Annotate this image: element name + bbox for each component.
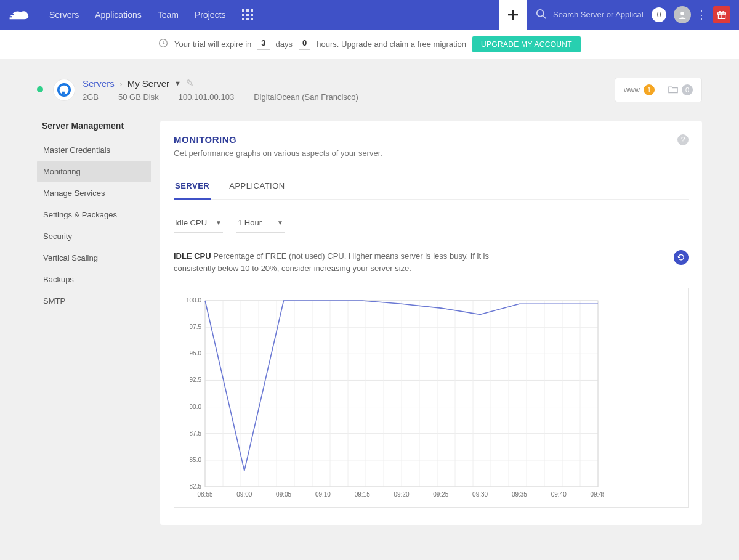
idle-cpu-chart: 100.097.595.092.590.087.585.082.508:5509… xyxy=(180,297,604,500)
folder-count: 0 xyxy=(682,84,693,95)
sidebar-item-settings-packages[interactable]: Settings & Packages xyxy=(37,204,151,225)
breadcrumb-servers[interactable]: Servers xyxy=(83,78,115,89)
gift-button[interactable] xyxy=(713,6,730,23)
svg-rect-21 xyxy=(62,92,65,95)
svg-line-14 xyxy=(543,15,546,18)
help-icon[interactable]: ? xyxy=(677,134,689,145)
chevron-right-icon: › xyxy=(119,78,123,89)
svg-text:100.0: 100.0 xyxy=(186,297,201,304)
breadcrumb: Servers › My Server ▼ ✎ xyxy=(83,78,358,89)
server-provider: DigitalOcean (San Francisco) xyxy=(254,92,358,102)
sidebar-item-security[interactable]: Security xyxy=(37,225,151,247)
server-ip: 100.101.00.103 xyxy=(179,92,234,102)
svg-text:08:55: 08:55 xyxy=(197,491,212,498)
server-ram: 2GB xyxy=(83,92,99,102)
refresh-button[interactable] xyxy=(674,250,689,265)
filter-metric-label: Idle CPU xyxy=(175,218,207,227)
svg-rect-4 xyxy=(251,9,253,12)
svg-rect-6 xyxy=(246,14,249,16)
svg-point-13 xyxy=(537,9,544,16)
svg-rect-3 xyxy=(246,9,249,12)
svg-text:09:45: 09:45 xyxy=(590,491,604,498)
nav-applications[interactable]: Applications xyxy=(95,10,142,20)
filter-range-label: 1 Hour xyxy=(238,218,262,227)
notifications-badge[interactable]: 0 xyxy=(652,7,666,22)
svg-text:09:25: 09:25 xyxy=(433,491,448,498)
sidebar-item-vertical-scaling[interactable]: Vertical Scaling xyxy=(37,247,151,269)
trial-suffix: hours. Upgrade and claim a free migratio… xyxy=(317,39,466,49)
apps-grid-icon[interactable] xyxy=(242,9,253,20)
logo[interactable] xyxy=(0,8,37,22)
clock-icon xyxy=(158,38,168,50)
more-menu-icon[interactable]: ⋮ xyxy=(696,9,707,20)
edit-server-icon[interactable]: ✎ xyxy=(186,78,194,89)
projects-chip[interactable]: 0 xyxy=(668,84,693,95)
folder-icon xyxy=(668,85,678,95)
svg-text:95.0: 95.0 xyxy=(190,350,202,357)
www-chip[interactable]: www 1 xyxy=(624,84,655,95)
sidebar-item-backups[interactable]: Backups xyxy=(37,269,151,290)
svg-text:97.5: 97.5 xyxy=(190,323,202,330)
panel-title: MONITORING xyxy=(174,134,382,145)
trial-bar: Your trial will expire in 3 days 0 hours… xyxy=(0,30,739,59)
provider-icon xyxy=(53,79,75,101)
svg-text:09:05: 09:05 xyxy=(276,491,291,498)
upgrade-button[interactable]: UPGRADE MY ACCOUNT xyxy=(472,36,581,52)
svg-rect-2 xyxy=(242,9,244,12)
sidebar-heading: Server Management xyxy=(37,121,151,131)
sidebar-item-manage-services[interactable]: Manage Services xyxy=(37,182,151,204)
svg-rect-0 xyxy=(7,14,14,15)
svg-point-15 xyxy=(680,12,684,15)
chevron-down-icon: ▼ xyxy=(277,219,283,226)
svg-rect-5 xyxy=(242,14,244,16)
search-input[interactable] xyxy=(552,7,644,22)
monitor-tabs: SERVER APPLICATION xyxy=(174,175,689,200)
svg-text:87.5: 87.5 xyxy=(190,430,202,437)
server-header: Servers › My Server ▼ ✎ 2GB 50 GB Disk 1… xyxy=(37,78,702,102)
svg-text:09:10: 09:10 xyxy=(315,491,331,498)
svg-rect-9 xyxy=(246,18,249,20)
filter-metric[interactable]: Idle CPU ▼ xyxy=(174,216,223,233)
server-summary-box: www 1 0 xyxy=(615,78,702,102)
nav-team[interactable]: Team xyxy=(158,10,179,20)
filter-range[interactable]: 1 Hour ▼ xyxy=(236,216,285,233)
search-area xyxy=(536,7,644,22)
chevron-down-icon: ▼ xyxy=(216,219,222,226)
main-panel: MONITORING Get performance graphs on var… xyxy=(160,121,702,525)
chart-container: 100.097.595.092.590.087.585.082.508:5509… xyxy=(174,288,689,508)
svg-text:92.5: 92.5 xyxy=(190,376,202,383)
search-icon xyxy=(536,9,547,22)
nav-links: Servers Applications Team Projects xyxy=(49,10,226,20)
svg-text:09:30: 09:30 xyxy=(472,491,488,498)
server-disk: 50 GB Disk xyxy=(118,92,159,102)
sidebar-item-smtp[interactable]: SMTP xyxy=(37,290,151,312)
trial-days-label: days xyxy=(276,39,293,49)
trial-days: 3 xyxy=(257,38,269,50)
server-dropdown-icon[interactable]: ▼ xyxy=(174,79,181,87)
svg-rect-22 xyxy=(60,94,62,95)
svg-text:09:00: 09:00 xyxy=(236,491,252,498)
server-meta: 2GB 50 GB Disk 100.101.00.103 DigitalOce… xyxy=(83,92,358,102)
nav-servers[interactable]: Servers xyxy=(49,10,79,20)
svg-text:85.0: 85.0 xyxy=(190,457,202,463)
trial-prefix: Your trial will expire in xyxy=(174,39,251,49)
breadcrumb-server-name: My Server xyxy=(127,78,169,89)
svg-text:09:40: 09:40 xyxy=(551,491,567,498)
sidebar: Server Management Master CredentialsMoni… xyxy=(37,121,151,525)
trial-hours: 0 xyxy=(299,38,310,50)
metric-description: IDLE CPU Percentage of FREE (not used) C… xyxy=(174,250,519,274)
nav-projects[interactable]: Projects xyxy=(195,10,226,20)
svg-text:09:20: 09:20 xyxy=(394,491,409,498)
svg-rect-10 xyxy=(251,18,253,20)
sidebar-item-monitoring[interactable]: Monitoring xyxy=(37,161,151,182)
account-avatar[interactable] xyxy=(674,6,691,23)
panel-subtitle: Get performance graphs on various aspect… xyxy=(174,148,382,158)
www-label: www xyxy=(624,86,640,94)
svg-text:90.0: 90.0 xyxy=(190,404,202,410)
status-dot-icon xyxy=(37,86,43,92)
sidebar-item-master-credentials[interactable]: Master Credentials xyxy=(37,139,151,161)
tab-application[interactable]: APPLICATION xyxy=(228,175,286,199)
tab-server[interactable]: SERVER xyxy=(174,175,211,200)
add-button[interactable] xyxy=(499,0,527,30)
svg-text:09:35: 09:35 xyxy=(512,491,527,498)
